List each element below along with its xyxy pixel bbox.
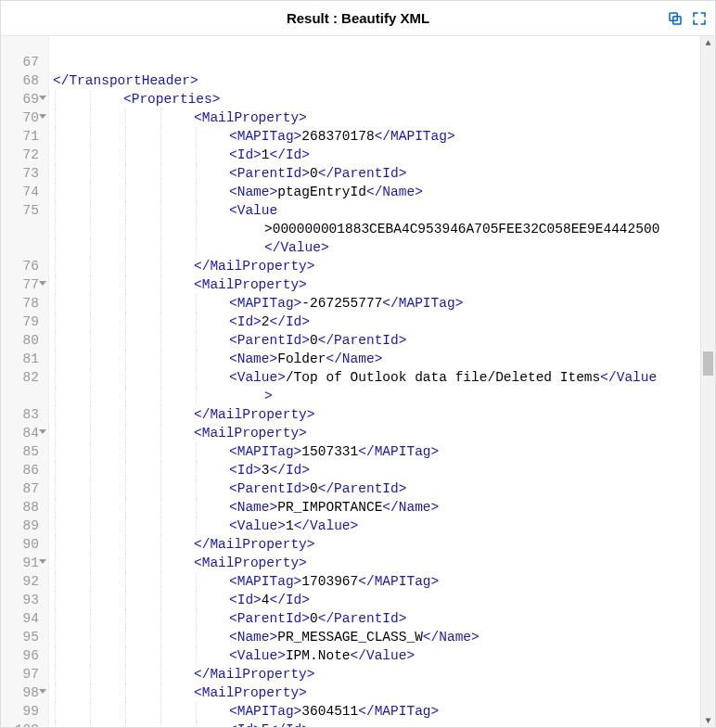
code-line[interactable]: <MAPITag>1507331</MAPITag> [53,442,715,461]
line-number: 97 [1,665,39,683]
line-number: 76 [1,257,39,275]
scroll-down-arrow[interactable]: ▼ [701,714,715,728]
line-number: 86 [1,461,39,479]
fold-toggle-icon[interactable] [39,96,46,100]
code-area[interactable]: </TransportHeader><Properties><MailPrope… [49,36,715,728]
code-line[interactable]: <Value>IPM.Note</Value> [53,646,715,665]
copy-icon[interactable] [667,10,684,27]
result-header: Result : Beautify XML [1,1,715,36]
result-title: Result : Beautify XML [287,10,429,26]
code-line[interactable]: <MailProperty> [53,424,715,442]
code-line[interactable]: > [53,387,715,405]
code-line[interactable]: </Value> [53,238,715,257]
code-line[interactable]: <MailProperty> [53,109,715,127]
line-number: 68 [1,71,39,90]
line-number: 85 [1,442,39,461]
code-line[interactable]: <Id>5</Id> [53,721,715,728]
line-number: 72 [1,146,39,164]
code-line[interactable]: <Id>4</Id> [53,591,715,609]
line-number: 96 [1,646,39,665]
code-line[interactable]: <Id>2</Id> [53,313,715,331]
line-number: 69 [1,90,39,109]
code-editor[interactable]: 6768697071727374757677787980818283848586… [1,36,715,728]
line-number: 94 [1,609,39,628]
line-number: 71 [1,127,39,146]
fold-toggle-icon[interactable] [39,429,46,434]
fullscreen-icon[interactable] [691,10,708,27]
code-line[interactable]: <Id>3</Id> [53,461,715,479]
code-line[interactable]: <Value>1</Value> [53,517,715,535]
code-line[interactable]: <MailProperty> [53,554,715,572]
line-number: 92 [1,572,39,591]
code-line[interactable]: </MailProperty> [53,257,715,275]
code-line[interactable]: </MailProperty> [53,665,715,683]
line-number: 84 [1,424,39,442]
fold-toggle-icon[interactable] [39,281,46,286]
code-line[interactable]: <Name>Folder</Name> [53,350,715,368]
line-number: 79 [1,313,39,331]
line-number: 83 [1,405,39,424]
vertical-scrollbar[interactable]: ▲ ▼ [700,36,715,728]
line-number: 100 [1,721,39,728]
code-line[interactable] [53,53,715,71]
line-number: 98 [1,683,39,702]
code-line[interactable]: <ParentId>0</ParentId> [53,331,715,350]
line-number: 77 [1,275,39,294]
code-line[interactable]: <ParentId>0</ParentId> [53,609,715,628]
code-line[interactable]: <MailProperty> [53,683,715,702]
line-number: 81 [1,350,39,368]
scrollbar-thumb[interactable] [703,351,713,376]
line-number: 75 [1,201,39,257]
code-line[interactable]: <Id>1</Id> [53,146,715,164]
line-number: 99 [1,702,39,721]
line-number: 78 [1,294,39,313]
line-number-gutter: 6768697071727374757677787980818283848586… [1,36,49,728]
fold-toggle-icon[interactable] [39,689,46,694]
code-line[interactable]: <Name>PR_IMPORTANCE</Name> [53,498,715,517]
line-number: 88 [1,498,39,517]
line-number: 74 [1,183,39,201]
header-actions [667,10,708,27]
code-line[interactable]: <MailProperty> [53,275,715,294]
code-line[interactable]: <ParentId>0</ParentId> [53,164,715,183]
line-number: 89 [1,517,39,535]
code-line[interactable]: <MAPITag>-267255777</MAPITag> [53,294,715,313]
scroll-up-arrow[interactable]: ▲ [701,36,715,51]
code-line[interactable]: </MailProperty> [53,535,715,554]
code-line[interactable]: <ParentId>0</ParentId> [53,479,715,498]
line-number: 73 [1,164,39,183]
code-line[interactable]: </TransportHeader> [53,71,715,90]
code-line[interactable]: <Name>PR_MESSAGE_CLASS_W</Name> [53,628,715,646]
code-line[interactable]: <MAPITag>268370178</MAPITag> [53,127,715,146]
line-number: 87 [1,479,39,498]
code-line[interactable]: <MAPITag>3604511</MAPITag> [53,702,715,721]
line-number: 95 [1,628,39,646]
code-line[interactable]: <MAPITag>1703967</MAPITag> [53,572,715,591]
line-number: 90 [1,535,39,554]
line-number: 80 [1,331,39,350]
fold-toggle-icon[interactable] [39,559,46,564]
line-number: 67 [1,53,39,71]
line-number: 93 [1,591,39,609]
fold-toggle-icon[interactable] [39,114,46,119]
code-line[interactable]: <Properties> [53,90,715,109]
code-line[interactable]: <Name>ptagEntryId</Name> [53,183,715,201]
code-line[interactable]: >000000001883CEBA4C953946A705FEE32C058EE… [53,220,715,238]
line-number: 91 [1,554,39,572]
code-line[interactable]: </MailProperty> [53,405,715,424]
line-number: 70 [1,109,39,127]
code-line[interactable]: <Value [53,201,715,220]
line-number: 82 [1,368,39,405]
code-line[interactable]: <Value>/Top of Outlook data file/Deleted… [53,368,715,387]
